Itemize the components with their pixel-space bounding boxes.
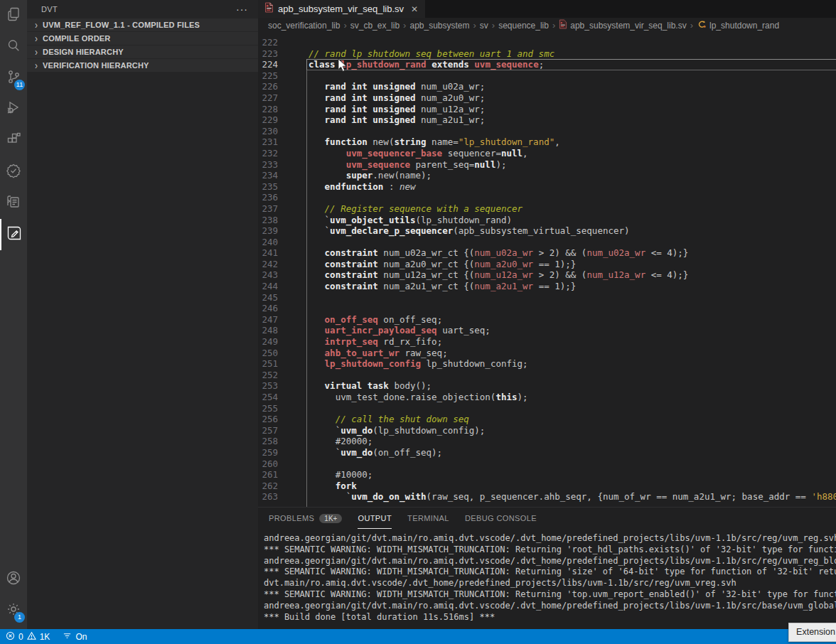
code-line-249[interactable]: 249 intrpt_seq rd_rx_fifo;: [258, 336, 836, 348]
code-line-251[interactable]: 251 lp_shutdown_config lp_shutdown_confi…: [258, 358, 836, 370]
panel-tab-debug-console[interactable]: DEBUG CONSOLE: [465, 508, 537, 529]
tab-close-icon[interactable]: ✕: [411, 4, 418, 14]
code-line-225[interactable]: 225: [258, 70, 836, 82]
line-number: 262: [258, 481, 278, 492]
editor-group: apb_subsystem_vir_seq_lib.sv ✕ soc_verif…: [258, 0, 836, 629]
sv-file-icon: [264, 2, 274, 16]
source-control-activity-item[interactable]: 11: [0, 63, 27, 94]
sidebar-item-compile-order[interactable]: ›COMPILE ORDER: [27, 32, 258, 45]
code-line-254[interactable]: 254 uvm_test_done.raise_objection(this);: [258, 392, 836, 403]
code-line-224[interactable]: 224class lp_shutdown_rand extends uvm_se…: [258, 59, 836, 70]
panel-tab-terminal[interactable]: TERMINAL: [407, 508, 449, 529]
code-text: uvm_sequencer_base sequencer=null,: [278, 148, 528, 159]
code-text: rand int unsigned num_a2u0_wr;: [278, 92, 485, 104]
code-line-239[interactable]: 239 `uvm_declare_p_sequencer(apb_subsyst…: [258, 225, 836, 237]
more-actions-icon[interactable]: ···: [236, 4, 248, 15]
code-line-237[interactable]: 237 // Register sequence with a sequence…: [258, 203, 836, 215]
breadcrumb-item-lp-shutdown-rand[interactable]: lp_shutdown_rand: [697, 20, 779, 31]
breadcrumb-separator-icon: ›: [690, 20, 693, 31]
code-text: [278, 37, 309, 48]
line-number: 254: [258, 392, 278, 403]
code-line-242[interactable]: 242 constraint num_a2u0_wr_ct {(num_a2u0…: [258, 259, 836, 270]
code-line-240[interactable]: 240: [258, 237, 836, 248]
activity-bar: 111: [0, 0, 27, 629]
code-line-235[interactable]: 235 endfunction : new: [258, 181, 836, 193]
code-line-234[interactable]: 234 super.new(name);: [258, 170, 836, 181]
code-line-255[interactable]: 255: [258, 403, 836, 414]
trace-activity-item[interactable]: [0, 188, 27, 219]
code-line-241[interactable]: 241 constraint num_u02a_wr_ct {(num_u02a…: [258, 247, 836, 259]
breadcrumb-label: sequence_lib: [498, 21, 549, 31]
account-activity-item[interactable]: [0, 564, 27, 595]
line-number: 259: [258, 447, 278, 458]
panel-tab-problems[interactable]: PROBLEMS1K+: [269, 508, 342, 529]
code-line-244[interactable]: 244 constraint num_a2u1_wr_ct {(num_a2u1…: [258, 281, 836, 292]
code-line-232[interactable]: 232 uvm_sequencer_base sequencer=null,: [258, 148, 836, 159]
code-line-259[interactable]: 259 `uvm_do(on_off_seq);: [258, 447, 836, 458]
code-text: uvm_sequence parent_seq=null);: [278, 159, 506, 171]
output-log[interactable]: andreea.georgian/git/dvt.main/ro.amiq.dv…: [258, 529, 836, 629]
problems-status[interactable]: 0 1K: [6, 631, 50, 643]
code-line-230[interactable]: 230: [258, 126, 836, 137]
code-line-233[interactable]: 233 uvm_sequence parent_seq=null);: [258, 159, 836, 171]
code-line-229[interactable]: 229 rand int unsigned num_a2u1_wr;: [258, 114, 836, 126]
sidebar: DVT ··· ›UVM_REF_FLOW_1.1 - COMPILED FIL…: [27, 0, 258, 629]
breadcrumb-item-sv[interactable]: sv: [480, 21, 488, 31]
code-line-227[interactable]: 227 rand int unsigned num_a2u0_wr;: [258, 92, 836, 104]
panel-tab-output[interactable]: OUTPUT: [358, 508, 392, 529]
code-line-245[interactable]: 245: [258, 292, 836, 304]
verify-activity-item[interactable]: [0, 156, 27, 188]
code-line-248[interactable]: 248 uart_incr_payload_seq uart_seq;: [258, 325, 836, 336]
explorer-activity-item[interactable]: [0, 0, 27, 31]
sidebar-item-uvm-ref-flow-1-1-compiled-files[interactable]: ›UVM_REF_FLOW_1.1 - COMPILED FILES: [27, 18, 258, 32]
run-debug-icon: [5, 100, 22, 119]
code-line-260[interactable]: 260: [258, 458, 836, 470]
code-line-263[interactable]: 263 `uvm_do_on_with(raw_seq, p_sequencer…: [258, 491, 836, 503]
code-line-258[interactable]: 258 #20000;: [258, 436, 836, 447]
explorer-icon: [5, 6, 22, 26]
code-line-262[interactable]: 262 fork: [258, 481, 836, 492]
code-line-236[interactable]: 236: [258, 192, 836, 203]
code-line-253[interactable]: 253 virtual task body();: [258, 380, 836, 392]
dvt-activity-item[interactable]: [0, 219, 27, 250]
breadcrumb-separator-icon: ›: [492, 20, 495, 31]
code-line-222[interactable]: 222: [258, 37, 836, 48]
line-number: 244: [258, 281, 278, 292]
code-line-257[interactable]: 257 `uvm_do(lp_shutdown_config);: [258, 425, 836, 436]
tab-apb-subsystem-vir-seq-lib[interactable]: apb_subsystem_vir_seq_lib.sv ✕: [258, 0, 425, 18]
sidebar-item-verification-hierarchy[interactable]: ›VERIFICATION HIERARCHY: [27, 59, 258, 73]
code-line-256[interactable]: 256 // call the shut down seq: [258, 414, 836, 425]
search-activity-item[interactable]: [0, 31, 27, 63]
code-line-228[interactable]: 228 rand int unsigned num_u12a_wr;: [258, 104, 836, 115]
settings-activity-item[interactable]: 1: [0, 595, 27, 626]
code-line-246[interactable]: 246: [258, 303, 836, 314]
breadcrumb-item-apb-subsystem[interactable]: apb_subsystem: [409, 21, 469, 31]
extensions-activity-item[interactable]: [0, 125, 27, 156]
line-number: 225: [258, 70, 278, 82]
code-line-247[interactable]: 247 on_off_seq on_off_seq;: [258, 314, 836, 326]
error-count: 0: [18, 632, 23, 642]
breadcrumb-item-apb-subsystem-vir-seq-lib-sv[interactable]: apb_subsystem_vir_seq_lib.sv: [559, 19, 686, 31]
code-line-243[interactable]: 243 constraint num_u12a_wr_ct {(num_u12a…: [258, 269, 836, 281]
breadcrumb-item-sv-cb-ex-lib[interactable]: sv_cb_ex_lib: [350, 21, 400, 31]
code-editor[interactable]: 222223// rand lp shutdown seq between ua…: [258, 33, 836, 507]
panel-tab-label: TERMINAL: [407, 514, 449, 522]
sidebar-item-design-hierarchy[interactable]: ›DESIGN HIERARCHY: [27, 45, 258, 59]
line-number: 250: [258, 348, 278, 359]
code-line-261[interactable]: 261 #10000;: [258, 469, 836, 481]
code-line-223[interactable]: 223// rand lp shutdown seq between uart …: [258, 48, 836, 60]
code-line-252[interactable]: 252: [258, 370, 836, 381]
activity-bar-bottom: 1: [0, 564, 27, 629]
breadcrumb-item-soc-verification-lib[interactable]: soc_verification_lib: [268, 21, 340, 31]
class-icon: [697, 20, 707, 31]
run-debug-activity-item[interactable]: [0, 94, 27, 125]
breadcrumb-item-sequence-lib[interactable]: sequence_lib: [498, 21, 549, 31]
code-line-231[interactable]: 231 function new(string name="lp_shutdow…: [258, 136, 836, 148]
verify-icon: [5, 162, 22, 182]
filter-status[interactable]: On: [63, 631, 87, 643]
settings-badge: 1: [14, 612, 25, 623]
chevron-right-icon: ›: [31, 19, 41, 31]
code-line-238[interactable]: 238 `uvm_object_utils(lp_shutdown_rand): [258, 215, 836, 226]
code-line-226[interactable]: 226 rand int unsigned num_u02a_wr;: [258, 81, 836, 92]
code-line-250[interactable]: 250 ahb_to_uart_wr raw_seq;: [258, 348, 836, 359]
